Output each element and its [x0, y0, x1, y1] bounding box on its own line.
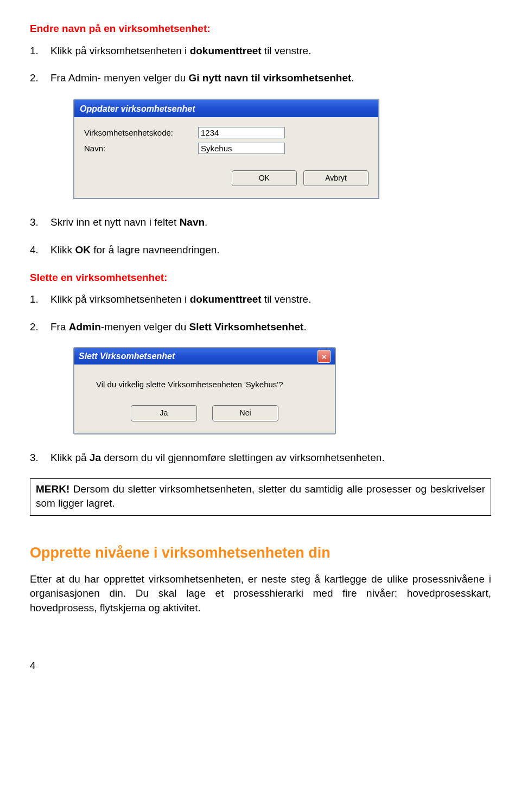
dialog-delete: Slett Virksomhetsenhet × Vil du virkelig…	[73, 347, 336, 434]
section-body: Etter at du har opprettet virksomhetsenh…	[30, 572, 491, 616]
step-text: Fra Admin- menyen velger du	[50, 72, 189, 84]
step-bold: Gi nytt navn til virksomhetsenhet	[189, 72, 352, 84]
dialog-message: Vil du virkelig slette Virksomhetsenhete…	[86, 379, 323, 390]
step-bold: OK	[75, 244, 91, 255]
step-bold: Slett Virksomhetsenhet	[189, 321, 304, 333]
list-item: 3. Klikk på Ja dersom du vil gjennomføre…	[30, 451, 491, 465]
delete-steps-after: 3. Klikk på Ja dersom du vil gjennomføre…	[30, 451, 491, 465]
list-item: 1. Klikk på virksomhetsenheten i dokumen…	[30, 292, 491, 307]
note-box: MERK! Dersom du sletter virksomhetsenhet…	[30, 478, 491, 516]
input-code[interactable]	[198, 127, 285, 138]
dialog-body: Vil du virkelig slette Virksomhetsenhete…	[74, 365, 335, 433]
step-text: Klikk på	[50, 452, 90, 463]
step-bold: Navn	[180, 216, 205, 228]
step-bold: dokumenttreet	[190, 293, 262, 305]
label-name: Navn:	[84, 143, 198, 154]
list-item: 3. Skriv inn et nytt navn i feltet Navn.	[30, 215, 491, 230]
dialog-delete-wrap: Slett Virksomhetsenhet × Vil du virkelig…	[73, 347, 491, 434]
note-label: MERK!	[36, 483, 69, 495]
step-number: 2.	[30, 71, 39, 86]
label-code: Virksomhetsenhetskode:	[84, 127, 198, 138]
dialog-titlebar: Slett Virksomhetsenhet ×	[74, 348, 335, 365]
step-text: Klikk på virksomhetsenheten i	[50, 293, 190, 305]
cancel-button[interactable]: Avbryt	[303, 170, 368, 187]
step-text: Klikk	[50, 244, 75, 255]
step-number: 3.	[30, 451, 39, 465]
step-text: Fra	[50, 321, 69, 333]
dialog-update-wrap: Oppdater virksomhetsenhet Virksomhetsenh…	[73, 99, 491, 200]
section-heading: Opprette nivåene i virksomhetsenheten di…	[30, 543, 491, 564]
step-text: .	[303, 321, 306, 333]
step-text: for å lagre navneendringen.	[91, 244, 220, 255]
step-text: Skriv inn et nytt navn i feltet	[50, 216, 180, 228]
step-bold: Ja	[90, 452, 101, 463]
step-text: -menyen velger du	[101, 321, 189, 333]
page-number: 4	[30, 658, 491, 673]
list-item: 2. Fra Admin- menyen velger du Gi nytt n…	[30, 71, 491, 86]
step-bold: dokumenttreet	[190, 45, 262, 56]
step-text: .	[351, 72, 354, 84]
step-number: 1.	[30, 292, 39, 307]
step-bold: Admin	[69, 321, 101, 333]
step-text: .	[205, 216, 207, 228]
step-number: 4.	[30, 243, 39, 258]
rename-steps: 1. Klikk på virksomhetsenheten i dokumen…	[30, 44, 491, 86]
heading-rename: Endre navn på en virksomhetsenhet:	[30, 22, 491, 36]
yes-button[interactable]: Ja	[131, 405, 197, 421]
list-item: 1. Klikk på virksomhetsenheten i dokumen…	[30, 44, 491, 59]
note-text: Dersom du sletter virksomhetsenheten, sl…	[36, 483, 485, 509]
dialog-title-text: Slett Virksomhetsenhet	[79, 350, 175, 362]
step-text: dersom du vil gjennomføre slettingen av …	[101, 452, 385, 463]
step-number: 2.	[30, 320, 39, 335]
step-number: 3.	[30, 215, 39, 230]
step-text: til venstre.	[262, 45, 312, 56]
input-name[interactable]	[198, 143, 285, 154]
rename-steps-after: 3. Skriv inn et nytt navn i feltet Navn.…	[30, 215, 491, 257]
heading-delete: Slette en virksomhetsenhet:	[30, 271, 491, 285]
close-icon[interactable]: ×	[317, 350, 331, 363]
step-number: 1.	[30, 44, 39, 59]
list-item: 4. Klikk OK for å lagre navneendringen.	[30, 243, 491, 258]
ok-button[interactable]: OK	[232, 170, 297, 187]
dialog-titlebar: Oppdater virksomhetsenhet	[74, 100, 378, 117]
delete-steps: 1. Klikk på virksomhetsenheten i dokumen…	[30, 292, 491, 334]
dialog-update: Oppdater virksomhetsenhet Virksomhetsenh…	[73, 99, 379, 200]
no-button[interactable]: Nei	[212, 405, 278, 421]
list-item: 2. Fra Admin-menyen velger du Slett Virk…	[30, 320, 491, 335]
step-text: til venstre.	[262, 293, 312, 305]
step-text: Klikk på virksomhetsenheten i	[50, 45, 190, 56]
dialog-body: Virksomhetsenhetskode: Navn: OK Avbryt	[74, 117, 378, 199]
